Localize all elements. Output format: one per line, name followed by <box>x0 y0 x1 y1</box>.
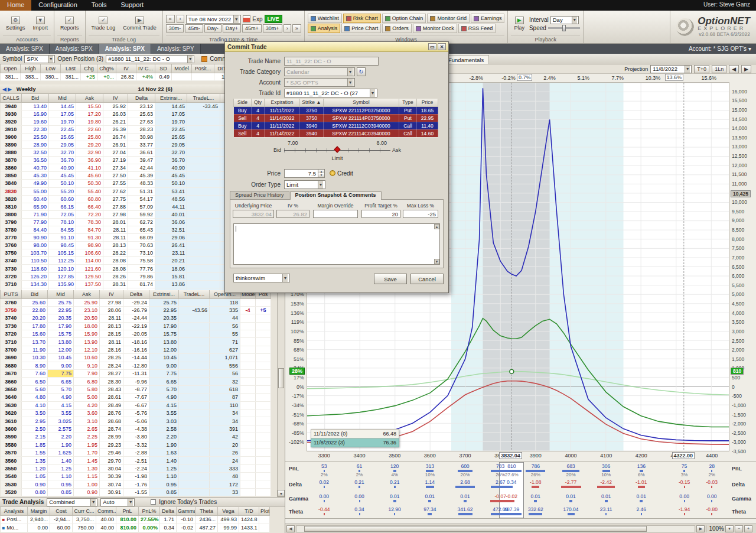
step-45m-plus[interactable]: 45m+ <box>242 24 262 32</box>
cell[interactable]: 3760 <box>1 242 22 249</box>
table-row[interactable]: 35401.051.101.1530.39-1.981.1048 <box>1 473 271 480</box>
cell[interactable]: 98.90 <box>76 242 103 249</box>
scrollbar-thumb[interactable] <box>278 368 284 388</box>
cell[interactable]: 14.60 <box>417 129 438 137</box>
cell[interactable]: -0.02 <box>177 524 195 532</box>
cell[interactable]: 33.77 <box>128 141 155 148</box>
cell[interactable]: 0.90 <box>22 480 48 488</box>
rss-feed-button[interactable]: RSS Feed <box>458 24 496 33</box>
cell[interactable]: -2.51 <box>123 457 149 464</box>
cell[interactable]: 32.70 <box>49 149 76 157</box>
table-row[interactable]: 35300.900.951.0030.74-1.760.95172 <box>1 480 271 488</box>
cell[interactable]: 25.65 <box>155 133 187 141</box>
cell[interactable] <box>179 298 210 306</box>
scroll-down-icon[interactable]: ▼ <box>278 490 285 497</box>
cell[interactable]: 2.58 <box>149 425 179 433</box>
cell[interactable]: 22.95 <box>417 114 438 122</box>
cell[interactable]: 1,071 <box>210 354 240 362</box>
cell[interactable]: 3.60 <box>74 409 100 417</box>
cell[interactable]: 5.70 <box>48 385 74 393</box>
cell[interactable]: 105.15 <box>49 249 76 257</box>
cell[interactable]: 0.85 <box>149 488 179 496</box>
cell[interactable]: 0.34 <box>160 524 177 532</box>
cell[interactable]: -1.98 <box>123 473 149 480</box>
cell[interactable]: 60.60 <box>49 195 76 203</box>
cell[interactable] <box>256 338 271 346</box>
table-row[interactable]: 377090.9091.1091.3028.1168.0929.06330 <box>1 234 253 242</box>
column-header[interactable]: Last <box>61 64 81 73</box>
trade-name-field[interactable]: 11_11_22: DC - O <box>284 57 379 66</box>
cell[interactable]: -1.76 <box>123 480 149 488</box>
cell[interactable] <box>179 362 210 369</box>
t-plus-0-button[interactable]: T+0 <box>694 65 709 73</box>
cell[interactable]: 27.98 <box>103 210 128 218</box>
cell[interactable] <box>256 425 271 433</box>
cell[interactable]: 55 <box>210 330 240 338</box>
tab-analysis-spy[interactable]: Analysis: SPY <box>151 44 201 54</box>
cell[interactable]: 49.90 <box>22 180 49 187</box>
cell[interactable]: -14.44 <box>123 354 149 362</box>
cell[interactable] <box>256 330 271 338</box>
cell[interactable]: Put <box>399 114 417 122</box>
table-row[interactable]: 35501.201.251.3030.04-2.241.25333 <box>1 464 271 472</box>
cell[interactable]: 3890 <box>1 141 22 148</box>
cell[interactable]: 110.50 <box>22 257 49 265</box>
column-header[interactable]: TradeL... <box>187 94 220 102</box>
cell[interactable]: 2.95 <box>22 417 48 425</box>
cell[interactable]: 10.30 <box>22 354 48 362</box>
reports-button[interactable]: ✓Reports <box>57 15 82 32</box>
price-input[interactable]: 7.5 <box>284 169 318 178</box>
cell[interactable]: 3700 <box>1 346 22 353</box>
cell[interactable]: 3880 <box>1 149 22 157</box>
column-header[interactable]: Comm... <box>96 507 116 515</box>
refresh-icon[interactable]: ↻ <box>357 67 366 76</box>
cell[interactable]: Mo... <box>1 524 28 532</box>
table-row[interactable]: 378084.4084.5584.7028.1165.4332.51100 <box>1 226 253 234</box>
cell[interactable]: 13.86 <box>155 280 187 288</box>
cell[interactable]: 4.15 <box>48 401 74 409</box>
cell[interactable]: 44 <box>210 314 240 322</box>
cell[interactable]: 380... <box>41 73 61 80</box>
cell[interactable]: 71 <box>210 338 240 346</box>
step-30m-minus[interactable]: 30m- <box>166 24 184 32</box>
cell[interactable]: 129.50 <box>76 272 103 280</box>
cell[interactable] <box>240 425 256 433</box>
column-header[interactable]: IV <box>116 64 136 73</box>
cell[interactable]: 26.39 <box>103 125 128 133</box>
cell[interactable]: 0.90 <box>74 488 100 496</box>
cell[interactable]: 15.75 <box>149 330 179 338</box>
cell[interactable] <box>187 118 220 125</box>
table-row[interactable]: 374020.2020.3520.5028.11-24.4420.3544 <box>1 314 271 322</box>
cell[interactable]: 51.31 <box>128 187 155 195</box>
table-row[interactable]: 389028.9029.0529.2026.9133.7729.0546 <box>1 141 253 148</box>
chart-hscrollbar[interactable]: ◀ ▶ 100% ▾ − + <box>285 524 756 533</box>
cell[interactable]: 1.95 <box>74 441 100 448</box>
interval-select[interactable]: Day▾ <box>550 16 579 24</box>
cell[interactable]: 50.10 <box>155 180 187 187</box>
cell[interactable] <box>179 417 210 425</box>
cell[interactable]: 28.01 <box>103 218 128 226</box>
cell[interactable] <box>179 322 210 330</box>
cell[interactable]: 28.30 <box>100 378 123 385</box>
step-30m-plus[interactable]: 30m+ <box>263 24 282 32</box>
cell[interactable]: 3730 <box>1 265 22 272</box>
cell[interactable]: 3620 <box>1 409 22 417</box>
speed-slider[interactable] <box>548 27 580 29</box>
column-header[interactable]: CALLS <box>1 94 22 102</box>
table-row[interactable]: 370011.9012.0012.1028.16-16.1612.00627 <box>1 346 271 353</box>
table-row[interactable]: 382060.4060.6060.8027.7554.1748.5640 <box>1 195 253 203</box>
cell[interactable]: 17.90 <box>149 322 179 330</box>
cell[interactable]: -5.76 <box>123 409 149 417</box>
cell[interactable] <box>256 378 271 385</box>
table-row[interactable]: 393016.9017.0517.2026.0325.6317.0590 <box>1 110 253 118</box>
cell[interactable]: 20.35 <box>48 314 74 322</box>
cell[interactable]: 28.23 <box>128 125 155 133</box>
cell[interactable]: 17.80 <box>22 322 48 330</box>
cell[interactable]: 28.61 <box>100 394 123 401</box>
cell[interactable]: 36.90 <box>76 157 103 164</box>
table-row[interactable]: 36606.506.656.8028.30-9.966.6532 <box>1 378 271 385</box>
cell[interactable] <box>187 133 220 141</box>
cell[interactable]: 81.74 <box>128 280 155 288</box>
cell[interactable]: 3750 <box>1 306 22 314</box>
cell[interactable]: 29.46 <box>100 448 123 456</box>
